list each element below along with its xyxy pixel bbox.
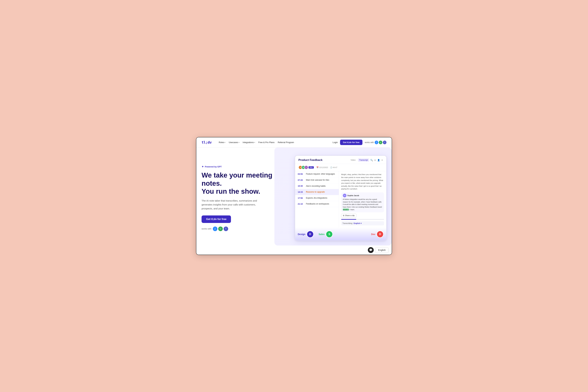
- commenter-avatar: SJ: [343, 194, 346, 197]
- transcript-item-3[interactable]: 10:30 Alex's recording habits: [295, 183, 339, 189]
- comment-highlight: would s: [343, 208, 349, 210]
- sales-label: Sales: [319, 233, 325, 236]
- transcript-text: Reasons to upgrade: [306, 191, 325, 194]
- clock-icon: 🕐: [330, 166, 332, 168]
- meeting-date: 📅 22/12/2022: [316, 166, 328, 168]
- google-meet-icon: G: [379, 141, 382, 144]
- transcribing-language[interactable]: English ▾: [354, 222, 362, 224]
- chevron-down-icon: ▾: [254, 142, 255, 143]
- hero-integration-icons: Z G T: [213, 226, 228, 231]
- pro-badge: PRO: [308, 166, 314, 168]
- bottom-bar: 💬 English: [196, 246, 392, 255]
- timestamp: 03:55: [298, 173, 304, 175]
- dev-avatar: D: [376, 231, 384, 238]
- transcript-item-2[interactable]: 07:20 Main tl;dv usecase for Alex: [295, 177, 339, 183]
- sales-avatar: S: [326, 231, 333, 238]
- share-clip-button[interactable]: ⧉ Share a clip: [341, 214, 356, 218]
- sparkle-icon: ✦: [202, 165, 204, 168]
- grid-icon[interactable]: ⊞: [374, 159, 376, 161]
- login-button[interactable]: Login: [332, 141, 338, 144]
- app-header: Product Feedback Video Transcript 🔍 ⊞ 👤 …: [295, 156, 386, 164]
- comment-author: SJ Sophie Jacob: [343, 194, 382, 197]
- transcribing-label: Transcribing:: [342, 222, 353, 224]
- app-title: Product Feedback: [298, 158, 322, 162]
- transcript-item-4[interactable]: 14:15 Reasons to upgrade: [295, 189, 339, 195]
- nav-item-plans[interactable]: Free & Pro Plans: [257, 140, 276, 144]
- timestamp: 21:10: [298, 203, 304, 205]
- transcript-item-1[interactable]: 03:55 Feature request: other languages: [295, 171, 339, 177]
- transcript-item-5[interactable]: 17:56 Expects Jira integrations: [295, 195, 339, 201]
- sales-user-bubble: Sales S: [319, 231, 333, 238]
- get-free-hero-button[interactable]: Get tl;dv for free: [202, 216, 231, 223]
- nav-item-roles[interactable]: Roles ▾: [218, 140, 227, 144]
- search-icon[interactable]: 🔍: [370, 159, 373, 161]
- share-icon: ⧉: [343, 214, 344, 216]
- meeting-duration: 🕐 44:47: [330, 166, 338, 168]
- comment-text: A Notion integration would be very be a …: [343, 198, 382, 211]
- powered-by-label: ✦ Powered by GPT: [202, 165, 279, 168]
- hero-right: Product Feedback Video Transcript 🔍 ⊞ 👤 …: [284, 156, 386, 240]
- participant-avatars: A B C: [298, 166, 307, 170]
- comment-post-text: r team.: [349, 208, 355, 210]
- floating-users-section: Design D Sales S Dev D: [295, 227, 386, 240]
- app-body: 03:55 Feature request: other languages 0…: [295, 171, 386, 227]
- app-toolbar-icons: 🔍 ⊞ 👤 ⬇: [370, 159, 383, 161]
- design-avatar: D: [306, 231, 314, 238]
- content-panel: Alright, okay, perfect. And then you men…: [339, 171, 386, 227]
- chevron-down-icon: ▾: [361, 222, 362, 224]
- transcript-item-6[interactable]: 21:10 Feedbacks on workspaces: [295, 201, 339, 207]
- content-text: Alright, okay, perfect. And then you men…: [341, 173, 384, 190]
- works-with-hero: works with Z G T: [202, 226, 279, 231]
- comment-bubble: SJ Sophie Jacob A Notion integration wou…: [341, 192, 384, 212]
- navigation: tl;dv Roles ▾ Usecases ▾ Integrations ▾ …: [196, 137, 392, 148]
- comment-pre-text: A Notion integration would be very be a …: [343, 198, 382, 208]
- nav-item-usecases[interactable]: Usecases ▾: [227, 140, 240, 144]
- nav-right: Login Get tl;dv for free works with Z G …: [332, 140, 386, 145]
- transcript-list: 03:55 Feature request: other languages 0…: [295, 171, 339, 227]
- progress-fill: [341, 219, 356, 220]
- design-user-bubble: Design D: [298, 231, 314, 238]
- timestamp: 07:20: [298, 179, 304, 181]
- gmeet-hero-icon: G: [218, 226, 223, 231]
- transcript-text: Main tl;dv usecase for Alex: [306, 179, 329, 182]
- person-add-icon[interactable]: 👤: [377, 159, 380, 161]
- transcript-text: Alex's recording habits: [306, 185, 326, 188]
- zoom-icon: Z: [375, 141, 378, 144]
- chat-button[interactable]: 💬: [368, 247, 374, 253]
- ms-teams-icon: T: [383, 141, 386, 144]
- timestamp: 10:30: [298, 185, 304, 187]
- tab-video[interactable]: Video: [350, 158, 357, 162]
- date-time: 📅 22/12/2022 🕐 44:47: [316, 166, 338, 168]
- chevron-down-icon: ▾: [239, 142, 240, 143]
- get-free-nav-button[interactable]: Get tl;dv for free: [340, 140, 362, 145]
- nav-item-referral[interactable]: Referral Program: [276, 140, 296, 144]
- chevron-down-icon: ▾: [224, 142, 226, 143]
- commenter-name: Sophie Jacob: [348, 194, 359, 196]
- app-preview: Product Feedback Video Transcript 🔍 ⊞ 👤 …: [295, 156, 386, 240]
- nav-item-integrations[interactable]: Integrations ▾: [242, 140, 256, 144]
- transcript-text: Feedbacks on workspaces: [306, 203, 329, 205]
- calendar-icon: 📅: [316, 166, 319, 168]
- logo[interactable]: tl;dv: [202, 140, 212, 144]
- language-selector[interactable]: English: [375, 247, 388, 253]
- teams-hero-icon: T: [224, 226, 228, 231]
- download-icon[interactable]: ⬇: [381, 159, 383, 161]
- transcript-text: Expects Jira integrations: [306, 197, 327, 200]
- integration-icons: Z G T: [375, 141, 386, 144]
- hero-section: ✦ Powered by GPT We take your meeting no…: [196, 148, 392, 245]
- avatar-3: C: [304, 166, 308, 170]
- works-with-nav: works with Z G T: [365, 141, 386, 144]
- zoom-hero-icon: Z: [213, 226, 218, 231]
- timestamp: 17:56: [298, 197, 304, 199]
- dev-label: Dev: [371, 233, 375, 236]
- timestamp: 14:15: [298, 191, 304, 193]
- transcribing-bar: Transcribing: English ▾: [341, 221, 384, 226]
- hero-left: ✦ Powered by GPT We take your meeting no…: [202, 165, 279, 231]
- progress-bar[interactable]: [341, 219, 384, 220]
- design-label: Design: [298, 233, 306, 236]
- hero-title: We take your meeting notes. You run the …: [202, 171, 279, 196]
- tab-transcript[interactable]: Transcript: [358, 158, 369, 162]
- dev-user-bubble: Dev D: [371, 231, 384, 238]
- app-tabs: Video Transcript 🔍 ⊞ 👤 ⬇: [350, 158, 383, 162]
- browser-window: tl;dv Roles ▾ Usecases ▾ Integrations ▾ …: [196, 137, 392, 255]
